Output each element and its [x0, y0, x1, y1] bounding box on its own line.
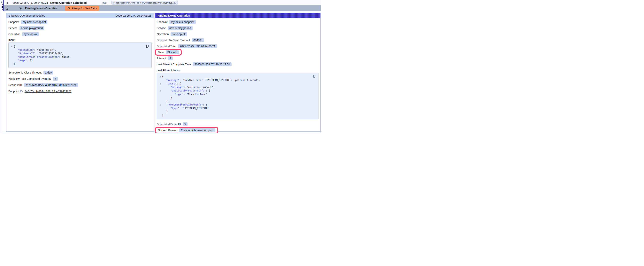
- field-row: Servicenexus-playground: [157, 25, 318, 31]
- field-value-chip: 86400s: [192, 38, 204, 42]
- field-value-chip: nexus-playground: [20, 26, 44, 30]
- event-title: Pending Nexus Operation: [25, 7, 58, 10]
- field-row: Operationsync-op-ok: [157, 31, 318, 37]
- field-label: Service: [8, 27, 18, 30]
- pending-asterisk-icon: [19, 7, 22, 10]
- code-line: ∨"applicationFailureInfo": {: [158, 89, 316, 92]
- field-value-chip: 2: [168, 56, 173, 60]
- code-token: "applicationFailureInfo": [170, 89, 206, 92]
- code-token: :: [184, 93, 186, 96]
- event-row-scheduled[interactable]: 5 2025-02-25 UTC 20:24:09.21 Nexus Opera…: [4, 0, 321, 5]
- code-line: "HandlerWaitForCancellation": false,: [10, 55, 149, 59]
- field-group: Endpointmy-nexus-endpointServicenexus-pl…: [157, 19, 318, 67]
- code-token: "sync-op-ok",: [37, 48, 56, 51]
- collapse-caret-icon[interactable]: ∨: [158, 82, 162, 86]
- field-value-link[interactable]: 3c0c75ccfa8144b092c13ce632463761: [24, 90, 72, 93]
- copy-button[interactable]: [145, 44, 149, 48]
- code-token: "type": [175, 93, 184, 96]
- field-label: Scheduled Event ID: [157, 123, 181, 126]
- field-label: Endpoint: [157, 21, 168, 24]
- event-input-preview-chip[interactable]: {"Operation":"sync-op-ok","BusinessID":"…: [111, 1, 178, 5]
- collapse-caret-icon[interactable]: ∨: [158, 75, 162, 79]
- code-gutter: [158, 107, 162, 110]
- code-token: {: [162, 75, 164, 78]
- code-text: "type": "NexusFailure": [162, 92, 207, 96]
- event-row-pending[interactable]: 5 Pending Nexus Operation Attempt 2 · Ne…: [4, 5, 321, 11]
- field-value-chip: Blocked: [166, 50, 179, 54]
- code-token: "NexusFailure": [186, 93, 207, 96]
- code-token: "upstream timeout",: [187, 86, 214, 89]
- code-line: ∨{: [10, 45, 149, 48]
- code-token: "type": [170, 107, 179, 110]
- event-id-link[interactable]: 5: [6, 1, 8, 4]
- code-token: }: [162, 114, 164, 117]
- bottom-divider: [3, 132, 322, 132]
- code-lines: ∨{"Operation": "sync-op-ok","BusinessID"…: [10, 45, 149, 66]
- field-row: Workflow Task Completed Event ID4: [8, 76, 152, 82]
- code-line: }: [10, 62, 149, 66]
- failure-json-viewer: ∨{"message": "handler error (UPSTREAM_TI…: [157, 73, 318, 119]
- code-line: },: [158, 99, 316, 103]
- card-title: 5 Nexus Operation Scheduled: [9, 14, 45, 17]
- code-gutter: [158, 100, 162, 103]
- field-label: Blocked Reason: [158, 129, 177, 132]
- code-token: "Operation": [18, 48, 34, 51]
- code-gutter: [10, 49, 14, 52]
- code-token: "handler error (UPSTREAM_TIMEOUT): upstr…: [182, 79, 260, 82]
- event-id-link[interactable]: 5: [6, 7, 8, 10]
- code-token: "BusinessID": [18, 52, 36, 55]
- input-section-label: Input: [8, 38, 152, 43]
- event-input-label: Input: [102, 1, 107, 4]
- code-token: "HandlerWaitForCancellation": [18, 55, 59, 58]
- field-value-chip: nexus-playground: [168, 26, 192, 30]
- code-gutter: [158, 96, 162, 100]
- card-timestamp: 2025-02-25 UTC 20:24:09.21: [116, 14, 151, 17]
- copy-icon: [145, 44, 149, 48]
- field-row: StateBlocked: [157, 49, 318, 55]
- field-label: State: [158, 51, 164, 54]
- code-text: }: [162, 114, 164, 117]
- field-value-chip: b1c6a4bc-8ee7-468a-9169-df3b02c8737b: [24, 83, 78, 87]
- field-value-chip: 4: [53, 77, 58, 81]
- copy-button[interactable]: [312, 75, 316, 78]
- retry-icon: [67, 7, 70, 10]
- retry-status-badge: Attempt 2 · Next Retry: [65, 6, 99, 11]
- code-line: }: [158, 114, 316, 117]
- field-value-chip: sync-op-ok: [22, 32, 38, 36]
- code-text: "nexusHandlerFailureInfo": {: [162, 103, 208, 107]
- field-value-chip: my-nexus-endpoint: [170, 20, 196, 24]
- code-text: {: [14, 45, 15, 48]
- collapse-caret-icon[interactable]: ∨: [158, 89, 162, 93]
- code-token: :: [36, 52, 38, 55]
- code-line: ∨{: [158, 75, 316, 78]
- code-text: {: [162, 75, 164, 78]
- code-token: "cause": [166, 82, 176, 85]
- field-label: Endpoint: [8, 21, 19, 24]
- code-token: :: [180, 79, 182, 82]
- field-label: Operation: [157, 33, 168, 36]
- field-value-chip: my-nexus-endpoint: [21, 20, 47, 24]
- field-row: Request IDb1c6a4bc-8ee7-468a-9169-df3b02…: [8, 82, 152, 88]
- code-token: {: [14, 45, 15, 48]
- field-value-chip: sync-op-ok: [170, 32, 187, 36]
- code-token: },: [166, 100, 169, 103]
- field-group: Scheduled Event ID5Blocked ReasonThe cir…: [157, 121, 318, 133]
- card-title: Pending Nexus Operation: [157, 14, 190, 17]
- field-row: Schedule To Close Timeout1 day: [8, 69, 152, 76]
- field-row: Scheduled Time2025-02-25 UTC 20:24:09.21: [157, 43, 318, 49]
- code-gutter: [158, 110, 162, 114]
- collapse-caret-icon[interactable]: ∨: [10, 45, 14, 49]
- code-text: "applicationFailureInfo": {: [162, 89, 210, 92]
- collapse-caret-icon[interactable]: ∨: [158, 103, 162, 107]
- field-row: Last Attempt Complete Time2025-02-25 UTC…: [157, 61, 318, 67]
- code-token: :: [184, 86, 187, 89]
- code-token: []: [30, 59, 32, 62]
- code-token: "message": [170, 86, 184, 89]
- code-lines: ∨{"message": "handler error (UPSTREAM_TI…: [158, 75, 316, 117]
- code-gutter: [158, 79, 162, 82]
- code-token: :: [27, 59, 30, 62]
- field-group: Endpointmy-nexus-endpointServicenexus-pl…: [8, 19, 152, 37]
- code-token: "message": [166, 79, 180, 82]
- code-token: }: [170, 96, 172, 99]
- field-value-chip: 2025-02-25 UTC 20:24:09.21: [178, 44, 217, 48]
